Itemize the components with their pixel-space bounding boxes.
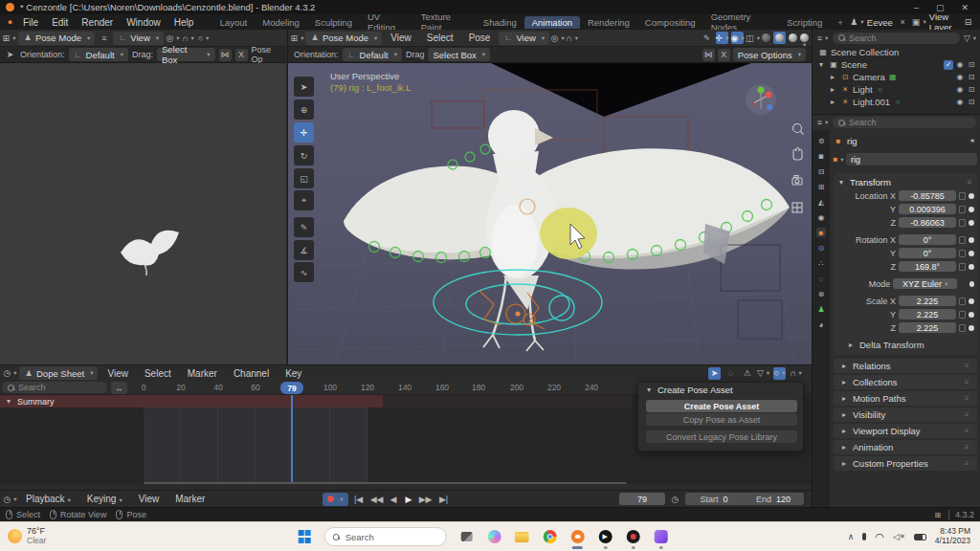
volume-muted-icon[interactable]: ◁✕ xyxy=(893,532,905,541)
mirror-x-toggle[interactable]: X xyxy=(235,49,248,61)
jump-to-start-button[interactable] xyxy=(351,493,367,505)
panel-relations[interactable]: Relations xyxy=(834,359,977,373)
use-preview-range-icon[interactable] xyxy=(669,493,681,505)
keyframe-decorator-icon[interactable] xyxy=(969,207,974,212)
collection-checkbox[interactable] xyxy=(944,60,953,70)
transform-value-field[interactable]: 169.8° xyxy=(899,261,956,272)
tab-view-layer-icon[interactable]: ⊞ xyxy=(816,182,826,191)
editor-type-icon[interactable] xyxy=(291,32,303,44)
show-hidden-toggle-icon[interactable] xyxy=(724,367,737,380)
pivot-dropdown-icon[interactable] xyxy=(167,32,179,44)
tab-tool-icon[interactable]: ⊚ xyxy=(816,136,826,145)
expand-icon[interactable] xyxy=(828,73,837,82)
mode-dropdown[interactable]: Pose Mode xyxy=(18,32,95,45)
annotate-icon[interactable] xyxy=(701,32,713,44)
workspace-tab-scripting[interactable]: Scripting xyxy=(779,16,830,29)
transform-value-field[interactable]: -0.86063 xyxy=(899,217,956,228)
workspace-tab-shading[interactable]: Shading xyxy=(476,16,524,29)
tab-constraints-icon[interactable]: ⊗ xyxy=(816,289,826,298)
blender-app-icon[interactable] xyxy=(569,529,586,545)
menu-view[interactable]: View xyxy=(100,368,135,379)
taskbar-search-input[interactable]: Search xyxy=(324,527,447,546)
task-view-icon[interactable] xyxy=(458,529,475,545)
collapse-icon[interactable] xyxy=(836,177,846,187)
tab-world-icon[interactable]: ◉ xyxy=(816,212,826,222)
properties-search-input[interactable]: Search xyxy=(833,117,976,128)
copilot-icon[interactable] xyxy=(486,529,502,545)
add-workspace-button[interactable]: + xyxy=(830,16,851,29)
shading-wireframe-icon[interactable] xyxy=(762,33,770,42)
snap-dropdown-icon[interactable] xyxy=(566,32,578,44)
panel-menu-icon[interactable] xyxy=(965,177,974,187)
timeline-editor-icon[interactable] xyxy=(4,493,16,505)
orientation-dropdown[interactable]: View xyxy=(113,32,164,45)
outliner-search-input[interactable]: Search xyxy=(833,33,960,44)
menu-keying[interactable]: Keying xyxy=(80,494,129,504)
collapse-icon[interactable] xyxy=(846,340,856,349)
panel-motion-paths[interactable]: Motion Paths xyxy=(834,391,977,406)
keyframe-decorator-icon[interactable] xyxy=(969,220,974,226)
workspace-tab-sculpting[interactable]: Sculpting xyxy=(307,16,360,29)
hide-icon[interactable] xyxy=(955,85,965,95)
playhead-line[interactable] xyxy=(291,395,293,484)
object-type-icon[interactable]: ■ xyxy=(834,155,843,165)
transform-value-field[interactable]: 2.225 xyxy=(899,309,956,320)
only-errors-toggle-icon[interactable] xyxy=(741,367,753,380)
tool-scale[interactable] xyxy=(294,168,314,188)
editor-type-icon[interactable] xyxy=(3,32,15,44)
tab-render-icon[interactable]: ◙ xyxy=(816,151,826,161)
view-layer-dropdown-icon[interactable] xyxy=(913,16,925,29)
workspace-tab-animation[interactable]: Animation xyxy=(524,16,580,29)
lock-icon[interactable] xyxy=(959,250,966,257)
transform-value-field[interactable]: 0° xyxy=(899,234,956,245)
pivot-dropdown-icon[interactable] xyxy=(551,32,564,44)
panel-animation[interactable]: Animation xyxy=(834,440,977,454)
taskbar-clock[interactable]: 8:43 PM 4/11/2023 xyxy=(935,527,970,546)
summary-channel-label[interactable]: Summary xyxy=(4,395,55,408)
tab-physics-icon[interactable]: ◌ xyxy=(816,274,826,283)
menu-file[interactable]: File xyxy=(16,17,45,28)
proportional-edit-icon[interactable] xyxy=(773,367,786,380)
transform-value-field[interactable]: 0° xyxy=(899,248,956,258)
hide-icon[interactable] xyxy=(955,60,965,70)
filter-dropdown-icon[interactable] xyxy=(757,367,769,380)
pose-options-dropdown[interactable]: Pose Options xyxy=(733,48,806,61)
keyframe-decorator-icon[interactable] xyxy=(969,312,974,318)
menu-help[interactable]: Help xyxy=(167,17,201,28)
prev-frame-button[interactable] xyxy=(388,493,400,505)
zoom-icon[interactable] xyxy=(793,124,804,135)
tab-object-icon[interactable]: ■ xyxy=(816,228,826,237)
tab-output-icon[interactable]: ⊟ xyxy=(816,166,826,176)
orientation-dropdown[interactable]: View xyxy=(499,32,549,45)
panel-visibility[interactable]: Visibility xyxy=(834,408,977,422)
keyframe-decorator-icon[interactable] xyxy=(969,193,974,199)
tab-scene-icon[interactable]: ◭ xyxy=(816,197,826,207)
transform-value-field[interactable]: 2.225 xyxy=(899,296,956,306)
end-frame-field[interactable]: End120 xyxy=(743,493,804,505)
shading-rendered-icon[interactable] xyxy=(800,33,809,42)
camera-viewport[interactable] xyxy=(0,63,286,364)
menu-marker[interactable]: Marker xyxy=(168,494,212,504)
status-report-icon[interactable] xyxy=(933,510,943,519)
playhead-badge[interactable]: 79 xyxy=(280,382,303,394)
lock-icon[interactable] xyxy=(959,298,966,305)
keyframe-decorator-icon[interactable] xyxy=(969,281,974,287)
tool-3d-cursor[interactable] xyxy=(294,99,314,120)
keyframe-decorator-icon[interactable] xyxy=(969,264,974,270)
maximize-button[interactable]: ▢ xyxy=(936,3,945,12)
lock-icon[interactable] xyxy=(959,263,966,271)
lock-icon[interactable] xyxy=(959,236,966,244)
menu-pose[interactable]: Pose xyxy=(462,33,498,43)
orientation-value-dropdown[interactable]: Default xyxy=(69,48,128,61)
convert-legacy-pose-library-button[interactable]: Convert Legacy Pose Library xyxy=(646,430,797,443)
object-name-field[interactable]: rig xyxy=(846,153,977,165)
summary-channel-keys[interactable] xyxy=(0,395,383,408)
tool-rotate[interactable] xyxy=(294,145,314,165)
drag-value-dropdown[interactable]: Select Box xyxy=(428,48,490,61)
next-keyframe-button[interactable] xyxy=(418,493,434,505)
auto-keying-toggle[interactable] xyxy=(323,493,347,506)
gizmo-toggle-icon[interactable] xyxy=(716,32,728,44)
xray-toggle-icon[interactable] xyxy=(746,32,759,44)
mirror-toggle-icon[interactable] xyxy=(219,49,232,61)
lock-icon[interactable] xyxy=(959,206,966,213)
